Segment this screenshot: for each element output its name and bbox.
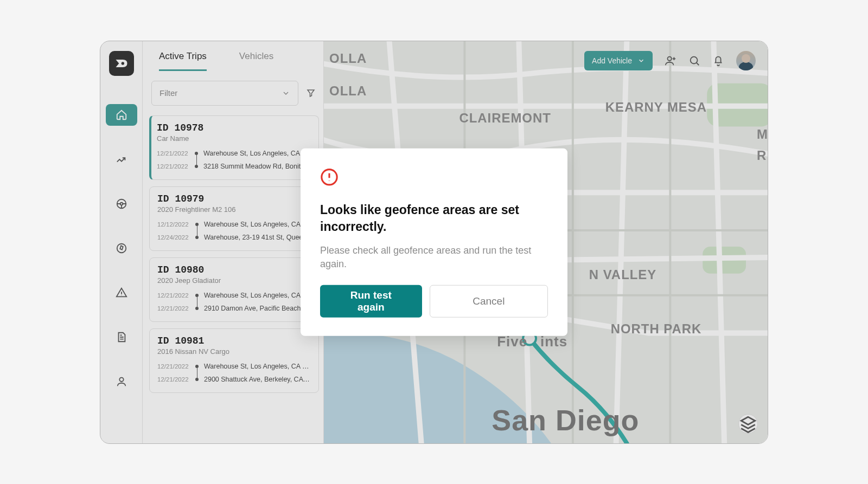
app-window: Active Trips Vehicles Filter ID 10978Car… bbox=[100, 41, 768, 444]
modal-actions: Run test again Cancel bbox=[320, 285, 548, 318]
run-test-again-button[interactable]: Run test again bbox=[320, 285, 422, 318]
alert-circle-icon bbox=[320, 167, 548, 188]
modal-title: Looks like geofence areas are set incorr… bbox=[320, 201, 548, 235]
modal-body: Please check all geofence areas and run … bbox=[320, 243, 548, 270]
error-modal: Looks like geofence areas are set incorr… bbox=[301, 148, 567, 335]
cancel-button[interactable]: Cancel bbox=[430, 285, 548, 318]
